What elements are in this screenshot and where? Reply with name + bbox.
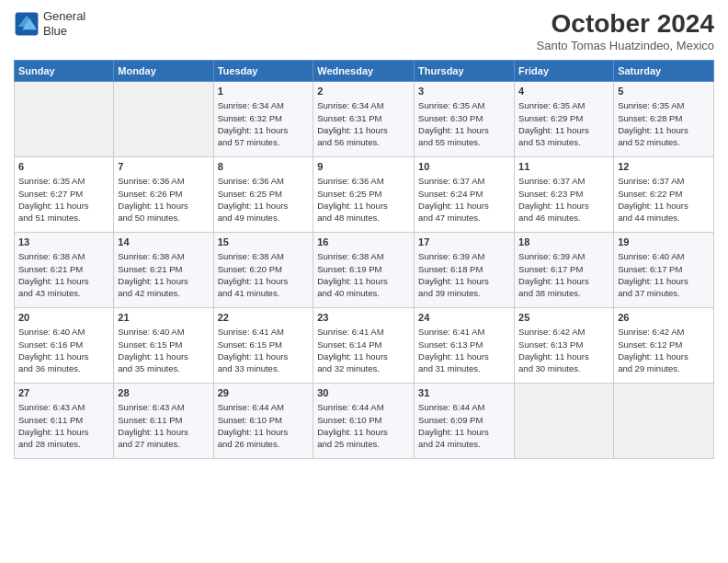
calendar-table: SundayMondayTuesdayWednesdayThursdayFrid… [14, 60, 714, 459]
calendar-week-3: 13Sunrise: 6:38 AMSunset: 6:21 PMDayligh… [15, 233, 714, 308]
day-number: 12 [618, 160, 710, 174]
day-number: 1 [218, 85, 310, 98]
day-info: and 52 minutes. [618, 136, 710, 148]
day-number: 17 [418, 236, 510, 249]
day-info: Daylight: 11 hours [618, 275, 710, 287]
calendar-cell: 4Sunrise: 6:35 AMSunset: 6:29 PMDaylight… [515, 82, 614, 157]
day-number: 19 [618, 236, 710, 249]
calendar-cell: 11Sunrise: 6:37 AMSunset: 6:23 PMDayligh… [515, 157, 614, 233]
day-info: Daylight: 11 hours [317, 350, 410, 362]
day-info: and 49 minutes. [218, 212, 310, 224]
calendar-cell: 22Sunrise: 6:41 AMSunset: 6:15 PMDayligh… [213, 308, 313, 384]
day-info: Sunrise: 6:41 AM [317, 326, 410, 338]
day-info: Daylight: 11 hours [118, 200, 209, 212]
day-info: Sunset: 6:14 PM [317, 339, 410, 350]
day-number: 4 [518, 85, 609, 98]
day-info: and 33 minutes. [218, 362, 310, 374]
day-number: 10 [418, 160, 510, 174]
day-number: 28 [118, 386, 209, 400]
day-info: Sunset: 6:13 PM [418, 339, 510, 350]
weekday-header-thursday: Thursday [415, 61, 515, 82]
logo-icon [14, 11, 40, 37]
day-info: Daylight: 11 hours [418, 124, 510, 136]
calendar-cell: 26Sunrise: 6:42 AMSunset: 6:12 PMDayligh… [614, 308, 714, 384]
day-number: 22 [218, 311, 310, 325]
day-info: and 44 minutes. [618, 212, 710, 224]
day-info: and 51 minutes. [18, 212, 109, 224]
calendar-cell: 5Sunrise: 6:35 AMSunset: 6:28 PMDaylight… [614, 82, 714, 157]
day-info: Sunset: 6:18 PM [418, 263, 510, 275]
day-info: Sunrise: 6:44 AM [418, 401, 510, 413]
day-info: Sunset: 6:24 PM [418, 188, 510, 200]
day-number: 31 [418, 386, 510, 400]
calendar-cell [114, 82, 213, 157]
day-number: 7 [118, 160, 209, 174]
calendar-cell: 14Sunrise: 6:38 AMSunset: 6:21 PMDayligh… [114, 233, 213, 308]
day-info: Sunset: 6:27 PM [18, 188, 109, 200]
weekday-header-monday: Monday [114, 61, 213, 82]
day-info: and 39 minutes. [418, 287, 510, 299]
day-info: Daylight: 11 hours [618, 200, 710, 212]
day-info: Sunrise: 6:40 AM [18, 326, 109, 338]
calendar-header-row: SundayMondayTuesdayWednesdayThursdayFrid… [15, 61, 714, 82]
day-info: Sunrise: 6:39 AM [418, 250, 510, 262]
day-info: Daylight: 11 hours [618, 124, 710, 136]
day-info: Sunset: 6:17 PM [618, 263, 710, 275]
day-info: Sunset: 6:32 PM [218, 112, 310, 124]
day-info: Sunrise: 6:35 AM [518, 99, 609, 111]
day-info: Sunset: 6:17 PM [518, 263, 609, 275]
calendar-cell: 15Sunrise: 6:38 AMSunset: 6:20 PMDayligh… [213, 233, 313, 308]
day-info: Sunrise: 6:41 AM [218, 326, 310, 338]
day-number: 24 [418, 311, 510, 325]
logo: General Blue [14, 9, 85, 38]
day-info: Daylight: 11 hours [18, 350, 109, 362]
day-info: Sunset: 6:26 PM [118, 188, 209, 200]
day-info: Sunset: 6:31 PM [317, 112, 410, 124]
calendar-cell: 18Sunrise: 6:39 AMSunset: 6:17 PMDayligh… [515, 233, 614, 308]
day-info: Sunset: 6:25 PM [317, 188, 410, 200]
day-info: and 36 minutes. [18, 362, 109, 374]
calendar-cell: 3Sunrise: 6:35 AMSunset: 6:30 PMDaylight… [415, 82, 515, 157]
day-info: Daylight: 11 hours [518, 350, 609, 362]
day-info: Sunset: 6:19 PM [317, 263, 410, 275]
day-info: Sunset: 6:20 PM [218, 263, 310, 275]
day-info: and 38 minutes. [518, 287, 609, 299]
day-info: Daylight: 11 hours [317, 200, 410, 212]
calendar-cell: 29Sunrise: 6:44 AMSunset: 6:10 PMDayligh… [213, 384, 313, 459]
calendar-cell [15, 82, 114, 157]
day-info: and 56 minutes. [317, 136, 410, 148]
day-info: Daylight: 11 hours [518, 200, 609, 212]
day-info: and 25 minutes. [317, 438, 410, 450]
day-info: Sunset: 6:21 PM [18, 263, 109, 275]
day-info: Daylight: 11 hours [317, 275, 410, 287]
day-info: Sunrise: 6:42 AM [518, 326, 609, 338]
day-info: and 37 minutes. [618, 287, 710, 299]
calendar-cell [515, 384, 614, 459]
day-number: 29 [218, 386, 310, 400]
day-info: and 29 minutes. [618, 362, 710, 374]
day-info: Sunrise: 6:44 AM [317, 401, 410, 413]
calendar-cell: 20Sunrise: 6:40 AMSunset: 6:16 PMDayligh… [15, 308, 114, 384]
subtitle: Santo Tomas Huatzindeo, Mexico [537, 39, 714, 52]
day-info: Sunrise: 6:43 AM [18, 401, 109, 413]
logo-text: General Blue [43, 9, 85, 38]
day-info: Sunset: 6:29 PM [518, 112, 609, 124]
calendar-cell: 17Sunrise: 6:39 AMSunset: 6:18 PMDayligh… [415, 233, 515, 308]
day-info: Daylight: 11 hours [218, 350, 310, 362]
day-info: Sunset: 6:16 PM [18, 339, 109, 350]
weekday-header-tuesday: Tuesday [213, 61, 313, 82]
day-number: 25 [518, 311, 609, 325]
day-info: and 26 minutes. [218, 438, 310, 450]
day-info: and 55 minutes. [418, 136, 510, 148]
day-info: Sunrise: 6:34 AM [218, 99, 310, 111]
day-number: 14 [118, 236, 209, 249]
day-info: Sunset: 6:12 PM [618, 339, 710, 350]
calendar-cell: 30Sunrise: 6:44 AMSunset: 6:10 PMDayligh… [313, 384, 415, 459]
calendar-cell: 24Sunrise: 6:41 AMSunset: 6:13 PMDayligh… [415, 308, 515, 384]
day-info: Sunrise: 6:36 AM [317, 175, 410, 187]
main-title: October 2024 [537, 9, 714, 39]
day-info: and 27 minutes. [118, 438, 209, 450]
day-info: Sunrise: 6:34 AM [317, 99, 410, 111]
calendar-week-2: 6Sunrise: 6:35 AMSunset: 6:27 PMDaylight… [15, 157, 714, 233]
calendar-cell: 9Sunrise: 6:36 AMSunset: 6:25 PMDaylight… [313, 157, 415, 233]
